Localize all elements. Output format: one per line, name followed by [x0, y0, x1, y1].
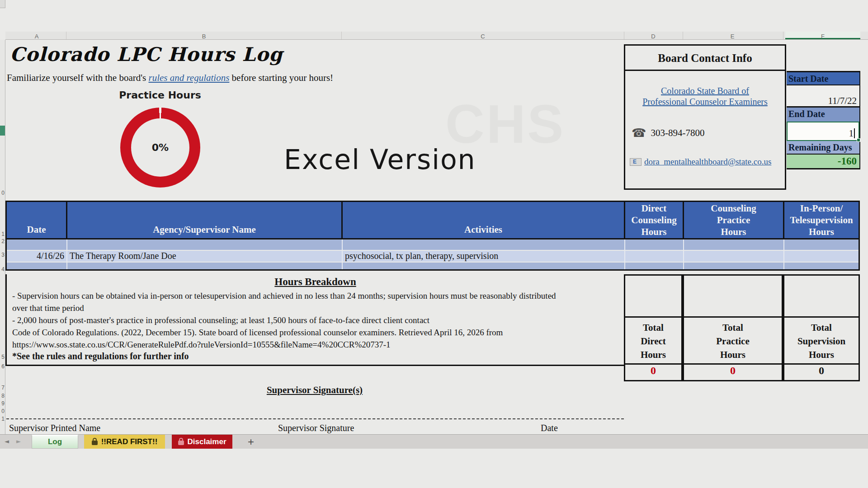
total-practice-hours-label: Total Practice Hours: [684, 316, 782, 363]
breakdown-line: - 2,000 hours of post-master's practice …: [12, 314, 618, 326]
total-practice-hours-value: 0: [684, 363, 782, 380]
row-number[interactable]: 6: [1, 363, 5, 370]
rules-regulations-link[interactable]: rules and regulations: [148, 72, 229, 83]
cell[interactable]: [67, 263, 343, 269]
hours-log-table: Date Agency/Supervisor Name Activities D…: [5, 201, 860, 271]
cell[interactable]: [684, 263, 784, 269]
tab-read-first[interactable]: !!READ FIRST!!: [84, 435, 165, 449]
column-header[interactable]: A: [35, 33, 39, 40]
board-email-link[interactable]: dora_mentalhealthboard@state.co.us: [644, 157, 771, 167]
column-header[interactable]: F: [821, 33, 825, 40]
remaining-days-cell[interactable]: -160: [787, 155, 859, 169]
cell[interactable]: [625, 251, 684, 262]
column-header[interactable]: C: [481, 33, 485, 40]
breakdown-line: - Supervision hours can be obtained via …: [12, 290, 618, 314]
cell[interactable]: [67, 239, 343, 250]
cell[interactable]: [7, 263, 67, 269]
tab-scroll-left-icon[interactable]: ◄: [5, 438, 9, 445]
grid-line: [66, 32, 66, 40]
column-header[interactable]: B: [202, 33, 206, 40]
row-number[interactable]: 4: [1, 266, 5, 272]
total-practice-hours-column: Total Practice Hours 0: [683, 274, 783, 381]
board-phone-row: ☎ 303-894-7800: [632, 126, 785, 140]
column-header[interactable]: E: [731, 33, 735, 40]
cell[interactable]: [784, 263, 859, 269]
board-link[interactable]: Colorado State Board of Professional Cou…: [625, 85, 785, 107]
tab-disclaimer[interactable]: Disclaimer: [172, 435, 232, 449]
cell[interactable]: [625, 239, 684, 250]
total-supervision-hours-label: Total Supervision Hours: [784, 316, 859, 363]
signature-dashed-line: [6, 418, 624, 419]
fill-handle[interactable]: [857, 138, 860, 142]
board-link-line2[interactable]: Professional Counselor Examiners: [642, 97, 768, 107]
total-direct-hours-column: Total Direct Hours 0: [624, 274, 683, 381]
cell[interactable]: [343, 263, 625, 269]
header-date: Date: [7, 202, 67, 238]
board-phone-number: 303-894-7800: [651, 127, 704, 139]
cell[interactable]: [684, 251, 784, 262]
tab-disclaimer-label: Disclaimer: [188, 437, 226, 446]
page-title: Colorado LPC Hours Log: [10, 43, 283, 66]
cell[interactable]: [684, 239, 784, 250]
row-number[interactable]: 2: [1, 238, 5, 244]
breakdown-line: Code of Colorado Regulations. (2022, Dec…: [12, 326, 618, 351]
donut-hole: 0%: [131, 118, 189, 177]
header-activities: Activities: [343, 202, 625, 238]
supervisor-printed-name-label: Supervisor Printed Name: [9, 423, 100, 433]
cell-agency[interactable]: The Therapy Room/Jane Doe: [67, 251, 343, 262]
empty-cell: [684, 276, 782, 316]
chart-title: Practice Hours: [119, 89, 201, 101]
table-row-empty[interactable]: [7, 262, 859, 269]
tab-scroll-right-icon[interactable]: ►: [16, 438, 21, 445]
lock-icon: [92, 441, 98, 445]
hours-breakdown-title: Hours Breakdown: [12, 276, 618, 288]
cell[interactable]: [625, 263, 684, 269]
row-number[interactable]: 1: [1, 416, 5, 422]
subtitle-text: before starting your hours!: [229, 72, 333, 83]
supervisor-signature-label: Supervisor Signature: [278, 423, 354, 433]
add-sheet-button[interactable]: +: [244, 435, 258, 449]
row-number[interactable]: 8: [1, 393, 5, 399]
header-direct-counseling-hours: Direct Counseling Hours: [625, 202, 684, 238]
cell[interactable]: [343, 239, 625, 250]
row-number[interactable]: 9: [1, 400, 5, 407]
remaining-days-header: Remaining Days: [787, 141, 859, 155]
cell-date[interactable]: 4/16/26: [7, 251, 67, 262]
row-number[interactable]: 1: [1, 231, 5, 237]
subtitle: Familiarize yourself with the board's ru…: [7, 72, 333, 84]
select-all-corner[interactable]: [0, 0, 5, 8]
cell[interactable]: [784, 239, 859, 250]
end-date-active-cell[interactable]: 1: [787, 122, 859, 141]
grid-line: [341, 32, 342, 40]
cell[interactable]: [7, 239, 67, 250]
row-number[interactable]: 7: [1, 385, 5, 391]
table-header-row: Date Agency/Supervisor Name Activities D…: [7, 202, 859, 239]
board-contact-box: Board Contact Info Colorado State Board …: [624, 44, 786, 190]
board-email-row: dora_mentalhealthboard@state.co.us: [630, 157, 785, 167]
tab-read-first-label: !!READ FIRST!!: [101, 437, 158, 446]
subtitle-text: Familiarize yourself with the board's: [7, 72, 148, 83]
header-telesupervision-hours: In-Person/ Telesupervision Hours: [784, 202, 859, 238]
table-row[interactable]: 4/16/26 The Therapy Room/Jane Doe psycho…: [7, 250, 859, 262]
total-supervision-hours-column: Total Supervision Hours 0: [783, 274, 860, 381]
breakdown-note: *See the rules and regulations for furth…: [12, 351, 618, 361]
row-number[interactable]: 3: [1, 252, 5, 258]
active-row-indicator: [0, 126, 5, 136]
column-header-band: A B C D E F: [5, 32, 868, 40]
board-link-line1[interactable]: Colorado State Board of: [661, 86, 749, 96]
table-row-empty[interactable]: [7, 239, 859, 250]
start-date-cell[interactable]: 11/7/22: [787, 85, 859, 108]
cell-activities[interactable]: psychosocial, tx plan, therapy, supervis…: [343, 251, 625, 262]
cell[interactable]: [784, 251, 859, 262]
row-number[interactable]: 5: [1, 354, 5, 360]
header-counseling-practice-hours: Counseling Practice Hours: [684, 202, 784, 238]
column-header[interactable]: D: [651, 33, 655, 40]
tab-log[interactable]: Log: [32, 435, 78, 449]
end-date-value: 1: [849, 128, 854, 139]
row-number[interactable]: 0: [1, 190, 5, 196]
grid-line: [624, 32, 624, 40]
start-date-header: Start Date: [787, 72, 859, 85]
phone-icon: ☎: [632, 126, 646, 140]
row-number[interactable]: 0: [1, 408, 5, 414]
empty-cell: [625, 276, 681, 316]
